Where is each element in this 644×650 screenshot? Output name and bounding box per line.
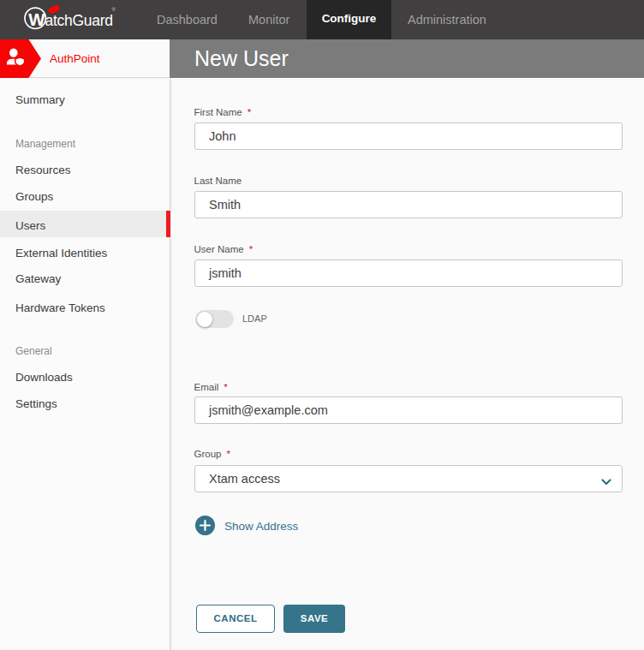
svg-text:W: W xyxy=(28,9,45,29)
svg-text:®: ® xyxy=(112,7,116,12)
svg-text:atchGuard: atchGuard xyxy=(45,12,113,29)
